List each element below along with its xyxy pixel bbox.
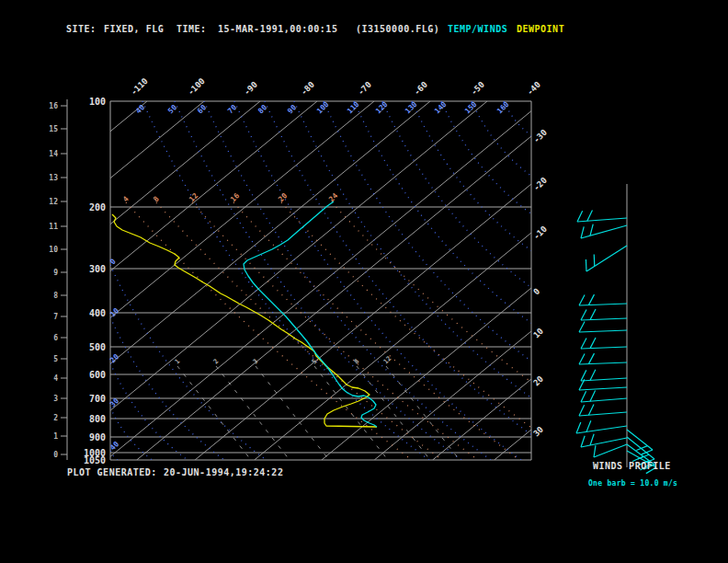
winds-profile-title: WINDS PROFILE (593, 461, 671, 471)
dry-adiabats (110, 101, 531, 460)
svg-text:-20: -20 (531, 176, 549, 193)
svg-text:140: 140 (433, 100, 449, 116)
moist-adiabat-labels: 4812162024 (121, 191, 339, 203)
svg-text:12: 12 (382, 355, 393, 366)
svg-text:9: 9 (53, 269, 58, 277)
svg-text:20: 20 (531, 374, 545, 388)
svg-text:500: 500 (89, 342, 106, 352)
svg-text:-30: -30 (531, 128, 549, 145)
svg-text:-90: -90 (242, 80, 259, 98)
svg-text:90: 90 (286, 103, 298, 115)
plot-generated-value: 20-JUN-1994,19:24:22 (164, 467, 283, 477)
svg-text:12: 12 (188, 191, 199, 203)
svg-text:150: 150 (463, 100, 479, 116)
svg-text:40: 40 (134, 103, 146, 115)
svg-text:3: 3 (53, 395, 58, 403)
svg-text:10: 10 (531, 327, 545, 340)
moist-adiabats (126, 202, 531, 460)
svg-text:2: 2 (53, 414, 58, 422)
svg-text:50: 50 (166, 103, 178, 115)
svg-text:-60: -60 (412, 80, 429, 98)
svg-text:1050: 1050 (84, 455, 106, 465)
svg-text:600: 600 (89, 370, 106, 380)
svg-text:700: 700 (89, 394, 106, 404)
svg-text:6: 6 (53, 334, 58, 342)
svg-text:-80: -80 (299, 80, 316, 98)
svg-text:0: 0 (531, 287, 541, 297)
svg-text:130: 130 (404, 100, 419, 116)
svg-text:110: 110 (346, 100, 361, 116)
isotherms (110, 101, 543, 460)
svg-text:8: 8 (53, 292, 58, 300)
svg-text:100: 100 (89, 97, 106, 107)
svg-text:12: 12 (49, 198, 58, 206)
svg-text:0: 0 (53, 451, 58, 459)
svg-text:160: 160 (495, 100, 511, 116)
svg-text:13: 13 (49, 174, 58, 182)
winds-profile (576, 184, 656, 474)
svg-text:-40: -40 (525, 80, 542, 98)
svg-text:8: 8 (152, 195, 161, 204)
pressure-labels: 10020030040050060070080090010001050 (84, 97, 106, 465)
svg-text:2: 2 (212, 358, 221, 366)
svg-text:8: 8 (353, 358, 361, 366)
svg-text:5: 5 (53, 355, 58, 363)
pressure-grid (110, 101, 531, 460)
top-temp-labels: -110-100-90-80-70-60-50-40 (129, 76, 542, 97)
height-axis: 161514131211109876543210 (49, 99, 67, 460)
svg-text:1: 1 (174, 358, 182, 366)
svg-text:900: 900 (89, 432, 106, 442)
svg-text:-100: -100 (186, 76, 206, 97)
svg-text:15: 15 (49, 125, 58, 133)
svg-text:20: 20 (277, 191, 289, 203)
svg-text:1: 1 (53, 432, 58, 441)
right-temp-labels: -30-20-100102030 (531, 128, 549, 439)
svg-text:10: 10 (49, 246, 58, 254)
svg-text:70: 70 (226, 103, 238, 115)
dry-adiabat-labels: 4050607080901001101201301401501600102030… (108, 100, 511, 453)
skewt-screen: SITE: FIXED, FLG TIME: 15-MAR-1991,00:00… (0, 0, 728, 563)
svg-text:-10: -10 (531, 224, 549, 242)
svg-text:16: 16 (49, 102, 58, 110)
svg-text:16: 16 (229, 191, 241, 203)
svg-text:-110: -110 (129, 76, 149, 97)
svg-text:80: 80 (256, 103, 268, 115)
svg-text:120: 120 (374, 100, 390, 116)
svg-text:100: 100 (315, 100, 331, 116)
svg-text:200: 200 (89, 202, 106, 213)
mixing-ratio-labels: 1235812 (174, 355, 393, 366)
mixing-ratio-lines (177, 366, 460, 460)
svg-text:4: 4 (53, 374, 58, 383)
svg-text:800: 800 (89, 414, 106, 424)
svg-text:400: 400 (89, 308, 106, 318)
svg-text:-50: -50 (469, 80, 486, 98)
svg-text:300: 300 (89, 264, 106, 274)
svg-text:60: 60 (196, 103, 208, 115)
winds-profile-legend: One barb = 10.0 m/s (588, 479, 677, 488)
svg-text:30: 30 (531, 425, 545, 439)
svg-text:4: 4 (121, 195, 131, 204)
svg-text:7: 7 (53, 313, 58, 321)
plot-generated-label: PLOT GENERATED: (67, 467, 157, 477)
svg-text:14: 14 (49, 150, 58, 158)
svg-text:-70: -70 (356, 80, 373, 98)
dewpoint-curve (112, 214, 377, 427)
svg-text:11: 11 (49, 223, 58, 231)
